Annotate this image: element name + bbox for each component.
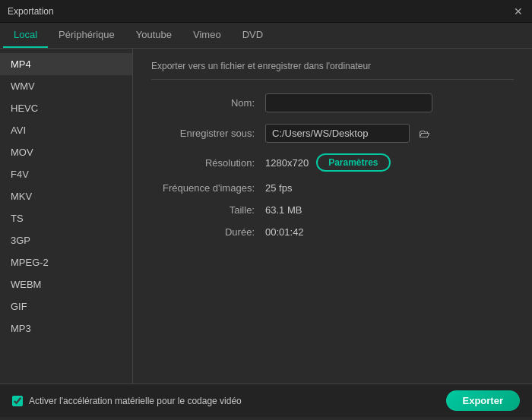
export-panel: Exporter vers un fichier et enregistrer …: [133, 49, 532, 384]
tab-youtube[interactable]: Youtube: [125, 23, 182, 48]
tab-local[interactable]: Local: [3, 23, 48, 48]
sidebar-item-f4v[interactable]: F4V: [0, 163, 132, 185]
sidebar-item-webm[interactable]: WEBM: [0, 273, 132, 295]
resolution-row: Résolution: 1280x720 Paramètres: [151, 153, 514, 172]
bottom-bar: Activer l'accélération matérielle pour l…: [0, 384, 532, 417]
tab-peripherique[interactable]: Périphérique: [48, 23, 125, 48]
size-label: Taille:: [151, 204, 265, 216]
size-value: 63.1 MB: [265, 204, 302, 216]
panel-title: Exporter vers un fichier et enregistrer …: [151, 61, 514, 80]
sidebar-item-gif[interactable]: GIF: [0, 295, 132, 317]
duration-label: Durée:: [151, 226, 265, 238]
main-content: MP4 WMV HEVC AVI MOV F4V MKV TS 3GP MPEG…: [0, 49, 532, 384]
hardware-accel-row: Activer l'accélération matérielle pour l…: [12, 396, 242, 406]
tab-dvd[interactable]: DVD: [232, 23, 274, 48]
sidebar-item-mp4[interactable]: MP4: [0, 53, 132, 75]
export-button[interactable]: Exporter: [446, 390, 520, 411]
nom-label: Nom:: [151, 97, 265, 109]
sidebar-item-wmv[interactable]: WMV: [0, 75, 132, 97]
resolution-value-row: 1280x720 Paramètres: [265, 153, 391, 172]
size-row: Taille: 63.1 MB: [151, 204, 514, 216]
sidebar-item-mpeg2[interactable]: MPEG-2: [0, 251, 132, 273]
sidebar-item-avi[interactable]: AVI: [0, 119, 132, 141]
sidebar-item-mp3[interactable]: MP3: [0, 317, 132, 339]
params-button[interactable]: Paramètres: [316, 153, 390, 172]
browse-folder-button[interactable]: 🗁: [414, 123, 434, 143]
hardware-accel-label: Activer l'accélération matérielle pour l…: [29, 396, 242, 406]
save-label: Enregistrer sous:: [151, 128, 265, 139]
tab-vimeo[interactable]: Vimeo: [182, 23, 232, 48]
title-bar: Exportation ✕: [0, 0, 532, 23]
sidebar: MP4 WMV HEVC AVI MOV F4V MKV TS 3GP MPEG…: [0, 49, 133, 384]
sidebar-item-hevc[interactable]: HEVC: [0, 97, 132, 119]
resolution-value: 1280x720: [265, 157, 309, 169]
framerate-label: Fréquence d'images:: [151, 182, 265, 194]
resolution-label: Résolution:: [151, 157, 265, 169]
sidebar-item-3gp[interactable]: 3GP: [0, 229, 132, 251]
sidebar-item-mkv[interactable]: MKV: [0, 185, 132, 207]
duration-row: Durée: 00:01:42: [151, 226, 514, 238]
framerate-row: Fréquence d'images: 25 fps: [151, 182, 514, 194]
nom-row: Nom:: [151, 93, 514, 112]
window-title: Exportation: [8, 6, 54, 17]
nom-input[interactable]: [265, 93, 432, 112]
folder-path: C:/Users/WS/Desktop: [265, 124, 410, 143]
save-row: Enregistrer sous: C:/Users/WS/Desktop 🗁: [151, 123, 514, 143]
sidebar-item-mov[interactable]: MOV: [0, 141, 132, 163]
hardware-accel-checkbox[interactable]: [12, 396, 23, 406]
duration-value: 00:01:42: [265, 226, 304, 238]
sidebar-item-ts[interactable]: TS: [0, 207, 132, 229]
tabs-bar: Local Périphérique Youtube Vimeo DVD: [0, 23, 532, 49]
framerate-value: 25 fps: [265, 182, 292, 194]
folder-row: C:/Users/WS/Desktop 🗁: [265, 123, 434, 143]
close-button[interactable]: ✕: [512, 5, 524, 17]
